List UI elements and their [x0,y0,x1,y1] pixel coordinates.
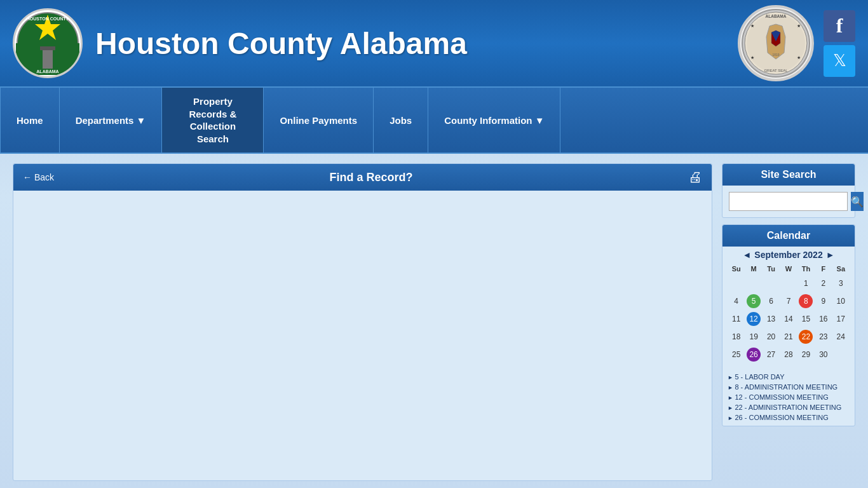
calendar-title[interactable]: Calendar [722,225,855,247]
calendar-grid: Su M Tu W Th F Sa 1 2 3 [722,263,855,369]
calendar-next-button[interactable]: ► [826,250,835,260]
cal-cell-16[interactable]: 16 [815,310,832,328]
nav-jobs[interactable]: Jobs [374,88,428,152]
cal-header-w: W [780,263,797,274]
cal-cell-4[interactable]: 4 [728,292,745,310]
event-commission-12[interactable]: 12 - COMMISSION MEETING [728,392,850,402]
cal-header-m: M [745,263,762,274]
site-search-body: 🔍 [722,186,855,217]
site-search-box: Site Search 🔍 [722,163,855,218]
print-button[interactable]: 🖨 [688,169,702,186]
cal-cell-8[interactable]: 8 [797,292,815,310]
right-sidebar: Site Search 🔍 Calendar ◄ September 2022 … [722,163,855,481]
cal-week-1: 1 2 3 [728,274,850,292]
search-button[interactable]: 🔍 [851,192,864,211]
svg-text:1819: 1819 [772,53,779,57]
nav-departments[interactable]: Departments ▼ [60,88,163,152]
cal-cell-21[interactable]: 21 [780,328,797,346]
header-right: ALABAMA GREAT SEAL ★ ★ ★ ★ 1819 f 𝕏 [738,5,855,81]
svg-text:HOUSTON COUNTY: HOUSTON COUNTY [27,17,69,21]
calendar-box: Calendar ◄ September 2022 ► Su M Tu W Th… [722,224,855,426]
cal-cell-26[interactable]: 26 [745,346,762,363]
cal-cell-empty [780,274,797,292]
svg-rect-4 [40,46,55,50]
cal-cell-3[interactable]: 3 [832,274,850,292]
nav-online-payments[interactable]: Online Payments [264,88,374,152]
cal-header-tu: Tu [763,263,780,274]
search-input[interactable] [729,192,848,211]
panel-title: Find a Record? [330,171,413,184]
facebook-button[interactable]: f [824,10,855,42]
svg-text:GREAT SEAL: GREAT SEAL [764,69,788,72]
svg-text:ALABAMA: ALABAMA [766,14,787,18]
facebook-icon: f [836,14,843,37]
cal-cell-13[interactable]: 13 [763,310,780,328]
social-icons: f 𝕏 [824,10,855,77]
cal-cell-23[interactable]: 23 [815,328,832,346]
cal-header-su: Su [728,263,745,274]
cal-cell-20[interactable]: 20 [763,328,780,346]
cal-cell-1[interactable]: 1 [797,274,815,292]
cal-header-th: Th [797,263,815,274]
main-nav: Home Departments ▼ Property Records & Co… [0,86,868,154]
cal-cell-22[interactable]: 22 [797,328,815,346]
nav-county-info[interactable]: County Information ▼ [428,88,560,152]
cal-week-3: 11 12 13 14 15 16 17 [728,310,850,328]
cal-cell-12[interactable]: 12 [745,310,762,328]
calendar-month-label: September 2022 [754,250,822,260]
panel-body [13,191,712,477]
cal-cell-6[interactable]: 6 [763,292,780,310]
twitter-button[interactable]: 𝕏 [824,45,855,77]
svg-text:★: ★ [797,55,801,60]
calendar-header-row: Su M Tu W Th F Sa [728,263,850,274]
cal-cell-14[interactable]: 14 [780,310,797,328]
cal-cell-10[interactable]: 10 [832,292,850,310]
svg-text:★: ★ [797,24,801,28]
cal-cell-24[interactable]: 24 [832,328,850,346]
cal-cell-empty [832,346,850,363]
event-commission-26[interactable]: 26 - COMMISSION MEETING [728,412,850,423]
cal-cell-30[interactable]: 30 [815,346,832,363]
cal-cell-5[interactable]: 5 [745,292,762,310]
header-left: ALABAMA HOUSTON COUNTY Houston County Al… [13,8,467,78]
cal-cell-15[interactable]: 15 [797,310,815,328]
event-admin-meeting-8[interactable]: 8 - ADMINISTRATION MEETING [728,382,850,392]
site-search-title: Site Search [722,164,855,186]
cal-cell-29[interactable]: 29 [797,346,815,363]
back-button[interactable]: ← Back [23,172,54,182]
site-title: Houston County Alabama [95,26,467,61]
cal-cell-11[interactable]: 11 [728,310,745,328]
event-admin-meeting-22[interactable]: 22 - ADMINISTRATION MEETING [728,402,850,412]
cal-cell-25[interactable]: 25 [728,346,745,363]
search-icon: 🔍 [851,196,864,208]
county-logo: ALABAMA HOUSTON COUNTY [13,8,83,78]
calendar-events: 5 - LABOR DAY 8 - ADMINISTRATION MEETING… [722,369,855,426]
cal-cell-empty [745,274,762,292]
cal-header-f: F [815,263,832,274]
cal-cell-9[interactable]: 9 [815,292,832,310]
svg-text:★: ★ [750,24,754,28]
twitter-icon: 𝕏 [833,51,846,71]
cal-week-2: 4 5 6 7 8 9 10 [728,292,850,310]
main-content: ← Back Find a Record? 🖨 Site Search 🔍 Ca… [0,154,868,488]
cal-cell-2[interactable]: 2 [815,274,832,292]
nav-home[interactable]: Home [0,88,60,152]
cal-week-5: 25 26 27 28 29 30 [728,346,850,363]
cal-cell-28[interactable]: 28 [780,346,797,363]
cal-cell-7[interactable]: 7 [780,292,797,310]
nav-property-records[interactable]: Property Records & Collection Search [162,88,264,152]
header: ALABAMA HOUSTON COUNTY Houston County Al… [0,0,868,86]
left-panel: ← Back Find a Record? 🖨 [13,163,712,481]
cal-week-4: 18 19 20 21 22 23 24 [728,328,850,346]
alabama-seal: ALABAMA GREAT SEAL ★ ★ ★ ★ 1819 [738,5,814,81]
cal-cell-19[interactable]: 19 [745,328,762,346]
panel-header: ← Back Find a Record? 🖨 [13,164,712,191]
calendar-prev-button[interactable]: ◄ [742,250,751,260]
cal-cell-27[interactable]: 27 [763,346,780,363]
event-labor-day[interactable]: 5 - LABOR DAY [728,372,850,382]
cal-cell-empty [728,274,745,292]
cal-cell-18[interactable]: 18 [728,328,745,346]
cal-cell-17[interactable]: 17 [832,310,850,328]
svg-text:ALABAMA: ALABAMA [36,69,58,74]
cal-cell-empty [763,274,780,292]
